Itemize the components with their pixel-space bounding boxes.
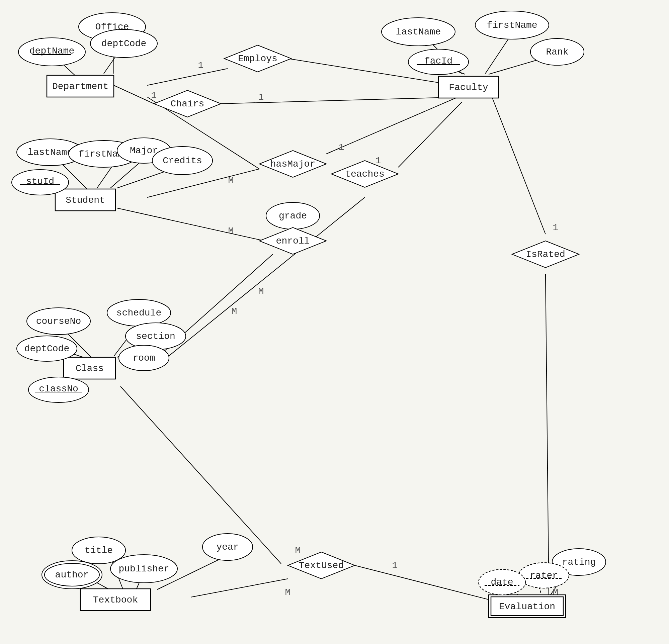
- mult-textused-m-tb: M: [285, 587, 291, 598]
- mult-israted-1: 1: [553, 223, 558, 233]
- mult-hasmajor-m: M: [228, 176, 234, 186]
- mult-teaches-m: M: [258, 286, 264, 297]
- teaches-label: teaches: [345, 169, 385, 179]
- grade-label: grade: [279, 211, 307, 221]
- fac-firstname-label: firstName: [487, 20, 537, 30]
- enroll-label: enroll: [276, 236, 310, 246]
- rank-label: Rank: [546, 47, 568, 57]
- line-dept-chairs: [114, 85, 154, 104]
- section-label: section: [136, 331, 175, 342]
- mult-teaches-1: 1: [375, 156, 381, 166]
- line-israted-eval: [545, 274, 549, 597]
- mult-employs-1: 1: [198, 60, 204, 71]
- line-dept-employs: [147, 69, 228, 85]
- credits-label: Credits: [163, 156, 202, 166]
- line-hasmajor-faculty: [326, 95, 462, 154]
- textused-label: TextUsed: [299, 560, 344, 571]
- department-label: Department: [52, 81, 109, 92]
- line-stu-enroll: [117, 208, 265, 241]
- line-fac-firstname: [485, 33, 512, 74]
- fac-lastname-label: lastName: [396, 27, 441, 37]
- schedule-label: schedule: [116, 308, 161, 318]
- class-label: Class: [76, 363, 104, 374]
- line-fac-rank: [489, 59, 542, 74]
- courseno-label: courseNo: [36, 316, 81, 327]
- hasmajor-label: hasMajor: [270, 159, 315, 169]
- publisher-label: publisher: [118, 564, 169, 574]
- stuid-label: stuId: [26, 176, 54, 187]
- mult-enroll-m-class: M: [231, 306, 237, 316]
- chairs-label: Chairs: [171, 99, 204, 109]
- line-fac-teaches: [398, 102, 462, 167]
- stu-lastname-label: lastName: [28, 147, 73, 158]
- employs-label: Employs: [238, 54, 277, 64]
- title-label: title: [85, 545, 113, 556]
- mult-enroll-m-stu: M: [228, 226, 234, 236]
- mult-hasmajor-1: 1: [339, 142, 344, 153]
- class-deptcode-label: deptCode: [25, 344, 69, 354]
- room-label: room: [132, 353, 155, 363]
- line-israted-faculty: [492, 97, 545, 234]
- deptcode-dept-label: deptCode: [101, 39, 146, 49]
- line-tb-textused: [191, 579, 288, 597]
- israted-label: IsRated: [526, 249, 565, 260]
- rating-label: rating: [562, 557, 596, 568]
- mult-chairs-1a: 1: [151, 90, 157, 101]
- textbook-label: Textbook: [93, 595, 138, 605]
- author-label: author: [55, 570, 89, 580]
- line-teaches-class: [154, 197, 365, 368]
- major-label: Major: [130, 145, 158, 156]
- line-stu-hasmajor: [147, 169, 259, 197]
- rater-label: rater: [530, 570, 558, 581]
- line-chairs-faculty: [221, 97, 462, 104]
- mult-chairs-1b: 1: [258, 92, 264, 102]
- student-label: Student: [66, 195, 105, 205]
- line-class-textused: [120, 386, 281, 564]
- year-label: year: [216, 542, 239, 552]
- mult-textused-m-class: M: [295, 545, 301, 556]
- evaluation-label: Evaluation: [499, 602, 555, 612]
- faculty-label: Faculty: [449, 82, 488, 93]
- mult-textused-1: 1: [392, 560, 398, 571]
